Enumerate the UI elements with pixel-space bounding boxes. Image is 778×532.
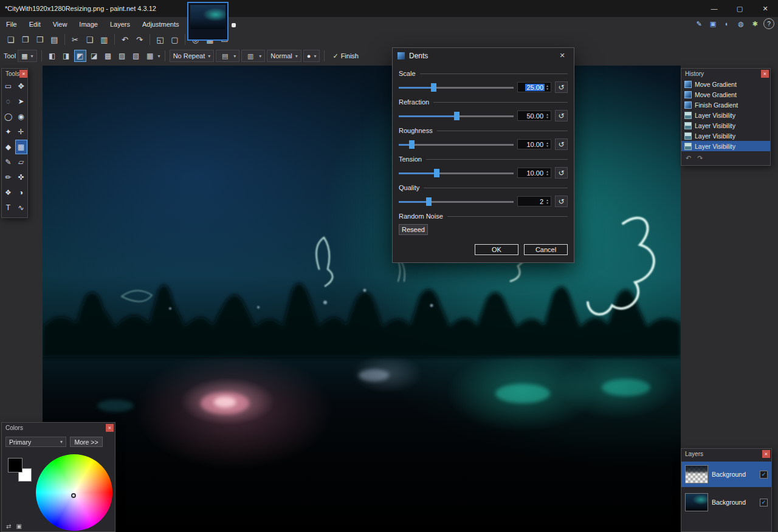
roughness-slider[interactable] — [399, 140, 514, 149]
tool-selector-dropdown[interactable]: ▦ ▾ — [18, 50, 36, 62]
dither-dropdown[interactable]: ▥ ▾ — [241, 50, 265, 62]
close-icon[interactable]: ✕ — [19, 70, 27, 78]
magic-wand-tool[interactable]: ✦ — [2, 124, 15, 139]
layer-visible-checkbox[interactable]: ✓ — [760, 471, 768, 479]
text-tool[interactable]: T — [2, 200, 15, 215]
history-item[interactable]: Layer Visibility — [681, 120, 770, 131]
new-icon[interactable]: ❏ — [4, 33, 18, 46]
maximize-button[interactable]: ▢ — [727, 0, 752, 17]
settings-gear-icon[interactable]: ✱ — [749, 18, 760, 29]
ellipse-select-tool[interactable]: ◯ — [2, 109, 15, 124]
refraction-value-input[interactable]: 50.00 ▴▾ — [517, 111, 551, 121]
finish-button[interactable]: ✓ Finish — [329, 50, 362, 62]
dents-dialog-titlebar[interactable]: Dents ✕ — [393, 48, 574, 63]
menu-file[interactable]: File — [0, 17, 23, 32]
history-icon[interactable]: ◐ — [721, 18, 732, 29]
open-icon[interactable]: ❐ — [18, 33, 32, 46]
scale-slider[interactable] — [399, 83, 514, 92]
clone-stamp-tool[interactable]: ❖ — [2, 185, 15, 200]
slider-thumb[interactable] — [409, 140, 415, 149]
quality-slider[interactable] — [399, 197, 514, 206]
crop-icon[interactable]: ◱ — [153, 33, 167, 46]
paste-icon[interactable]: ▥ — [97, 33, 111, 46]
gradient-radial-button[interactable]: ◪ — [88, 50, 100, 62]
palette-grid-icon[interactable]: ▣ — [16, 523, 21, 530]
scale-value-input[interactable]: 25.00 ▴▾ — [517, 82, 551, 92]
primary-color-swatch[interactable] — [8, 458, 22, 472]
print-icon[interactable]: ▤ — [47, 33, 61, 46]
cut-icon[interactable]: ✂ — [68, 33, 82, 46]
scale-reset-button[interactable]: ↺ — [555, 81, 568, 93]
canvas[interactable] — [43, 66, 681, 532]
lasso-select-tool[interactable]: ◌ — [2, 94, 15, 109]
redo-icon[interactable]: ↷ — [133, 33, 146, 46]
layer-visible-checkbox[interactable]: ✓ — [760, 499, 768, 506]
history-item-selected[interactable]: Layer Visibility — [681, 141, 770, 151]
menu-view[interactable]: View — [47, 17, 74, 32]
refraction-slider[interactable] — [399, 112, 514, 120]
history-item[interactable]: Finish Gradient — [681, 100, 770, 110]
redo-icon[interactable]: ↷ — [697, 154, 703, 162]
color-wheel-marker[interactable] — [71, 493, 76, 498]
gradient-diamond-button[interactable]: ▩ — [102, 50, 114, 62]
menu-adjustments[interactable]: Adjustments — [136, 17, 185, 32]
roughness-value-input[interactable]: 10.00 ▴▾ — [517, 139, 551, 149]
blend-mode-dropdown[interactable]: Normal ▾ — [267, 50, 301, 62]
history-item[interactable]: Move Gradient — [681, 89, 770, 100]
menu-edit[interactable]: Edit — [23, 17, 47, 32]
layer-row-selected[interactable]: Background ✓ — [681, 462, 771, 487]
tension-value-input[interactable]: 10.00 ▴▾ — [517, 168, 551, 178]
roughness-reset-button[interactable]: ↺ — [555, 138, 568, 150]
pencil-tool[interactable]: ✏ — [2, 170, 15, 185]
help-icon[interactable]: ? — [763, 18, 774, 29]
history-item[interactable]: Layer Visibility — [681, 131, 770, 141]
recolor-tool[interactable]: ◑ — [15, 185, 27, 200]
line-curve-tool[interactable]: ∿ — [15, 200, 27, 215]
menu-image[interactable]: Image — [73, 17, 104, 32]
undo-icon[interactable]: ↶ — [118, 33, 132, 46]
reseed-button[interactable]: Reseed — [399, 224, 428, 235]
deselect-icon[interactable]: ▢ — [168, 33, 182, 46]
refraction-reset-button[interactable]: ↺ — [555, 110, 568, 121]
gradient-conical-button[interactable]: ▨ — [116, 50, 128, 62]
pan-tool[interactable]: ✛ — [15, 124, 27, 139]
ok-button[interactable]: OK — [475, 244, 518, 255]
primary-secondary-dropdown[interactable]: Primary ▾ — [5, 437, 66, 447]
image-list-button[interactable] — [232, 23, 236, 27]
gradient-linear-diamond-button[interactable]: ◩ — [74, 50, 86, 62]
color-picker-tool[interactable]: ✜ — [15, 170, 27, 185]
menu-layers[interactable]: Layers — [104, 17, 136, 32]
color-wheel[interactable] — [36, 454, 112, 531]
spinner-arrows-icon[interactable]: ▴▾ — [545, 170, 550, 176]
chevron-down-icon[interactable]: ▾ — [158, 53, 160, 59]
gradient-spiral-button[interactable]: ▧ — [130, 50, 142, 62]
undo-icon[interactable]: ↶ — [686, 154, 691, 162]
layer-row[interactable]: Background ✓ — [681, 489, 771, 515]
close-icon[interactable]: ✕ — [556, 52, 569, 60]
spinner-arrows-icon[interactable]: ▴▾ — [545, 142, 550, 148]
move-pixels-tool[interactable]: ✥ — [15, 79, 27, 94]
antialias-dropdown[interactable]: ● ▾ — [303, 50, 320, 62]
spinner-arrows-icon[interactable]: ▴▾ — [545, 199, 550, 205]
tools-icon[interactable]: ✎ — [694, 18, 704, 29]
close-icon[interactable]: ✕ — [106, 424, 114, 432]
close-button[interactable]: ✕ — [752, 0, 778, 17]
slider-thumb[interactable] — [454, 112, 460, 120]
minimize-button[interactable]: — — [701, 0, 727, 17]
slider-thumb[interactable] — [434, 169, 439, 177]
palette-icon[interactable]: ▣ — [707, 18, 718, 29]
more-button[interactable]: More >> — [70, 437, 103, 447]
spinner-arrows-icon[interactable]: ▴▾ — [545, 113, 550, 119]
paintbrush-tool[interactable]: ✎ — [2, 155, 15, 169]
gradient-tool[interactable]: ▦ — [15, 140, 27, 154]
cancel-button[interactable]: Cancel — [524, 244, 568, 255]
tension-reset-button[interactable]: ↺ — [555, 167, 568, 179]
close-icon[interactable]: ✕ — [761, 70, 769, 78]
spinner-arrows-icon[interactable]: ▴▾ — [545, 84, 550, 90]
paint-bucket-tool[interactable]: ◆ — [2, 140, 15, 154]
swap-colors-icon[interactable]: ⇄ — [6, 523, 11, 530]
copy-icon[interactable]: ❑ — [83, 33, 97, 46]
repeat-mode-dropdown[interactable]: No Repeat ▾ — [170, 50, 215, 62]
slider-thumb[interactable] — [431, 83, 436, 92]
gradient-color-mode-button[interactable]: ▦ — [144, 50, 156, 62]
